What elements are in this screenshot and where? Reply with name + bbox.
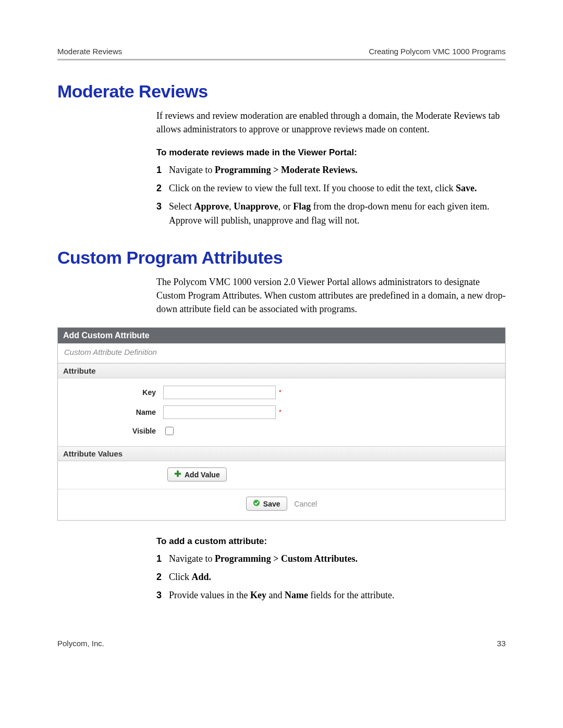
svg-rect-1 — [175, 473, 181, 475]
footer-page-number: 33 — [497, 639, 506, 648]
key-label: Key — [67, 388, 163, 397]
required-indicator: * — [279, 409, 282, 416]
section1-subhead: To moderate reviews made in the Viewer P… — [156, 147, 506, 158]
save-label: Save — [263, 500, 280, 508]
section2-intro: The Polycom VMC 1000 version 2.0 Viewer … — [156, 275, 506, 316]
add-custom-attribute-panel: Add Custom Attribute Custom Attribute De… — [57, 327, 506, 521]
svg-point-2 — [253, 500, 260, 506]
heading-moderate-reviews: Moderate Reviews — [57, 81, 506, 102]
section2-steps-wrap: To add a custom attribute: 1 Navigate to… — [156, 536, 506, 602]
section1-body: If reviews and review moderation are ena… — [156, 109, 506, 228]
step-number: 3 — [156, 588, 169, 602]
required-indicator: * — [279, 389, 282, 396]
cancel-link[interactable]: Cancel — [295, 500, 317, 508]
name-input[interactable] — [163, 405, 276, 419]
visible-checkbox[interactable] — [165, 427, 174, 435]
plus-icon — [174, 470, 181, 479]
step-text: Select Approve, Unapprove, or Flag from … — [169, 200, 506, 228]
header-left: Moderate Reviews — [57, 47, 122, 56]
add-value-button[interactable]: Add Value — [167, 467, 227, 482]
panel-section-attribute-values: Attribute Values — [58, 446, 505, 461]
step-number: 1 — [156, 163, 169, 177]
form-row-name: Name * — [58, 402, 505, 422]
list-item: 1 Navigate to Programming > Custom Attri… — [156, 552, 506, 566]
list-item: 2 Click Add. — [156, 570, 506, 584]
document-page: Moderate Reviews Creating Polycom VMC 10… — [0, 0, 563, 679]
step-text: Click Add. — [169, 570, 506, 584]
section2-subhead: To add a custom attribute: — [156, 536, 506, 547]
running-footer: Polycom, Inc. 33 — [57, 639, 506, 648]
step-number: 2 — [156, 570, 169, 584]
visible-label: Visible — [67, 427, 163, 435]
section2-steps: 1 Navigate to Programming > Custom Attri… — [156, 552, 506, 602]
list-item: 3 Select Approve, Unapprove, or Flag fro… — [156, 200, 506, 228]
key-input[interactable] — [163, 386, 276, 399]
panel-subtitle: Custom Attribute Definition — [58, 343, 505, 363]
form-row-visible: Visible — [58, 422, 505, 440]
panel-title: Add Custom Attribute — [58, 328, 505, 343]
panel-section-attribute: Attribute — [58, 363, 505, 378]
step-number: 1 — [156, 552, 169, 566]
running-header: Moderate Reviews Creating Polycom VMC 10… — [57, 47, 506, 60]
list-item: 2 Click on the review to view the full t… — [156, 181, 506, 195]
step-text: Click on the review to view the full tex… — [169, 181, 506, 195]
heading-custom-program-attributes: Custom Program Attributes — [57, 248, 506, 268]
section1-steps: 1 Navigate to Programming > Moderate Rev… — [156, 163, 506, 228]
attribute-values-area: Add Value — [58, 461, 505, 489]
step-text: Navigate to Programming > Moderate Revie… — [169, 163, 506, 177]
check-icon — [253, 499, 260, 508]
attribute-form: Key * Name * Visible — [58, 378, 505, 446]
list-item: 1 Navigate to Programming > Moderate Rev… — [156, 163, 506, 177]
step-text: Navigate to Programming > Custom Attribu… — [169, 552, 506, 566]
form-row-key: Key * — [58, 382, 505, 402]
step-text: Provide values in the Key and Name field… — [169, 588, 506, 602]
step-number: 3 — [156, 200, 169, 228]
list-item: 3 Provide values in the Key and Name fie… — [156, 588, 506, 602]
footer-left: Polycom, Inc. — [57, 639, 104, 648]
section2-intro-wrap: The Polycom VMC 1000 version 2.0 Viewer … — [156, 275, 506, 316]
add-value-label: Add Value — [185, 471, 220, 479]
header-right: Creating Polycom VMC 1000 Programs — [369, 47, 506, 56]
name-label: Name — [67, 408, 163, 416]
save-button[interactable]: Save — [246, 497, 287, 511]
section1-intro: If reviews and review moderation are ena… — [156, 109, 506, 136]
panel-footer: Save Cancel — [58, 489, 505, 520]
step-number: 2 — [156, 181, 169, 195]
